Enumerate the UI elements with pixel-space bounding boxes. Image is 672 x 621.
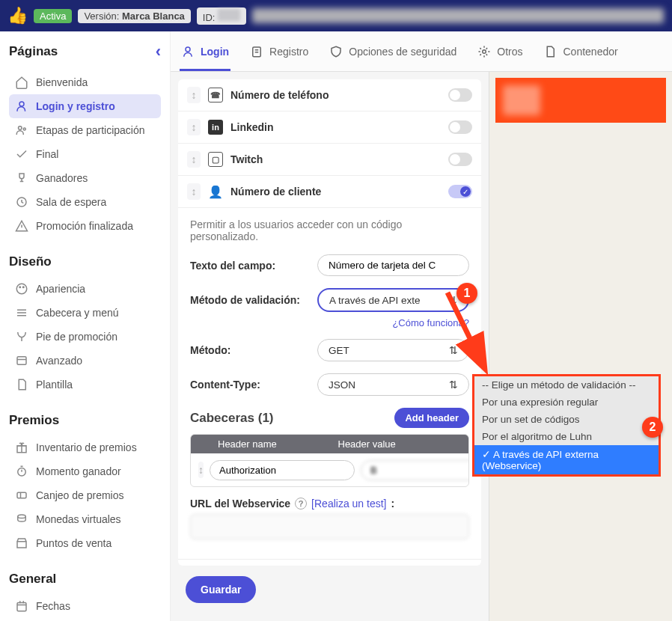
sidebar-item-monedas[interactable]: Monedas virtuales: [9, 507, 161, 531]
coins-icon: [15, 513, 28, 526]
validation-method-select[interactable]: A través de API exte ⇅: [317, 288, 469, 312]
sidebar-item-apariencia[interactable]: Apariencia: [9, 277, 161, 301]
tab-otros[interactable]: Otros: [476, 31, 524, 71]
toggle-cliente[interactable]: [448, 185, 472, 198]
sidebar-item-canjeo[interactable]: Canjeo de premios: [9, 483, 161, 507]
help-icon[interactable]: ?: [295, 498, 307, 510]
linkedin-icon: in: [208, 120, 223, 135]
row-label: Número de teléfono: [230, 89, 441, 101]
sidebar-item-momento[interactable]: Momento ganador: [9, 459, 161, 483]
sidebar-item-plantilla[interactable]: Plantilla: [9, 373, 161, 397]
calendar-icon: [15, 599, 28, 613]
svg-point-4: [16, 284, 27, 294]
table-row: ↕: [191, 453, 468, 486]
gift-icon: [15, 441, 28, 454]
tab-contenedor[interactable]: Contenedor: [542, 31, 619, 71]
menu-icon: [15, 306, 28, 319]
http-method-label: Método:: [190, 344, 317, 356]
panel-description: Permitir a los usuarios acceder con un c…: [190, 218, 469, 242]
sidebar-item-etapas[interactable]: Etapas de participación: [9, 118, 161, 142]
svg-point-6: [23, 287, 25, 288]
sidebar-section-design: Diseño: [9, 254, 161, 269]
sidebar-item-label: Plantilla: [36, 379, 73, 391]
header-value-input[interactable]: [361, 460, 469, 480]
select-value: A través de API exte: [329, 295, 421, 306]
dropdown-option[interactable]: -- Elige un método de validación --: [474, 376, 659, 394]
url-input[interactable]: [190, 514, 469, 539]
drag-handle-icon[interactable]: ↕: [187, 183, 201, 200]
how-it-works-link[interactable]: ¿Cómo funciona?: [392, 317, 469, 328]
home-icon: [15, 76, 28, 89]
tab-label: Login: [201, 46, 229, 58]
row-label: Linkedin: [230, 121, 441, 133]
sidebar-item-inventario[interactable]: Inventario de premios: [9, 435, 161, 459]
sidebar-item-sala-espera[interactable]: Sala de espera: [9, 190, 161, 214]
dropdown-option[interactable]: Por un set de códigos: [474, 411, 659, 428]
drag-handle-icon[interactable]: ↕: [187, 119, 201, 135]
test-url-link[interactable]: [Realiza un test]: [311, 498, 386, 510]
sidebar-item-puntos-venta[interactable]: Puntos de venta: [9, 531, 161, 555]
sidebar-item-promo-finalizada[interactable]: Promoción finalizada: [9, 214, 161, 238]
sidebar-section-general: General: [9, 572, 161, 587]
sidebar-item-idiomas[interactable]: Idiomas: [9, 618, 161, 621]
login-method-row-tiktok: ↑ ♪ TikTok: [178, 559, 481, 566]
form-icon: [250, 45, 263, 58]
chevron-updown-icon: ⇅: [448, 294, 457, 306]
user-icon: [181, 45, 195, 58]
th-name: Header name: [218, 438, 338, 450]
drag-handle-icon[interactable]: ↕: [187, 87, 201, 103]
title-blur: [252, 8, 664, 23]
sidebar-item-pie[interactable]: Pie de promoción: [9, 325, 161, 349]
shield-icon: [329, 45, 343, 58]
th-value: Header value: [338, 438, 459, 450]
svg-point-1: [19, 126, 22, 130]
toggle-phone[interactable]: [448, 88, 472, 102]
sidebar-item-final[interactable]: Final: [9, 142, 161, 166]
dropdown-option-selected[interactable]: A través de API externa (Webservice): [474, 445, 659, 474]
svg-point-5: [19, 287, 21, 288]
thumbs-up-icon: 👍: [7, 6, 28, 25]
toggle-linkedin[interactable]: [448, 120, 472, 134]
svg-point-2: [23, 128, 25, 130]
phone-icon: ☎: [208, 88, 223, 103]
headers-title: Cabeceras (1): [190, 411, 274, 426]
sidebar-item-avanzado[interactable]: Avanzado: [9, 349, 161, 373]
sidebar-item-fechas[interactable]: Fechas: [9, 594, 161, 618]
tab-label: Otros: [497, 46, 522, 58]
tab-seguridad[interactable]: Opciones de seguridad: [328, 31, 458, 71]
sidebar-item-label: Momento ganador: [36, 465, 121, 477]
sidebar-item-label: Monedas virtuales: [36, 513, 121, 525]
dropdown-option[interactable]: Por una expresión regular: [474, 394, 659, 411]
sidebar-item-bienvenida[interactable]: Bienvenida: [9, 70, 161, 94]
text-field-label: Texto del campo:: [190, 260, 317, 272]
toggle-twitch[interactable]: [448, 153, 472, 166]
drag-handle-icon[interactable]: ↕: [198, 462, 204, 478]
tab-registro[interactable]: Registro: [248, 31, 310, 71]
header-name-input[interactable]: [210, 460, 355, 480]
sidebar-item-label: Avanzado: [36, 355, 82, 367]
sidebar-item-ganadores[interactable]: Ganadores: [9, 166, 161, 190]
annotation-badge-2: 2: [642, 417, 663, 438]
tab-label: Opciones de seguridad: [349, 46, 456, 58]
content-type-select[interactable]: JSON ⇅: [317, 373, 469, 396]
collapse-sidebar-icon[interactable]: ‹: [156, 42, 161, 61]
sidebar-item-label: Final: [36, 148, 58, 160]
ticket-icon: [15, 489, 28, 502]
sidebar-item-cabecera[interactable]: Cabecera y menú: [9, 301, 161, 325]
save-button[interactable]: Guardar: [186, 576, 256, 603]
top-bar: 👍 Activa Versión: Marca Blanca ID:: [0, 0, 672, 31]
dropdown-option[interactable]: Por el algoritmo de Luhn: [474, 428, 659, 445]
http-method-select[interactable]: GET ⇅: [317, 339, 469, 361]
content-type-label: Content-Type:: [190, 379, 317, 391]
sidebar-item-login-registro[interactable]: Login y registro: [9, 94, 161, 118]
select-value: JSON: [329, 379, 355, 391]
sidebar-item-label: Ganadores: [36, 172, 88, 184]
text-field-input[interactable]: [317, 254, 469, 276]
tab-login[interactable]: Login: [180, 31, 230, 71]
sidebar-title: Páginas: [9, 44, 58, 59]
users-icon: [15, 123, 28, 137]
preview-panel: [489, 72, 672, 621]
drag-handle-icon[interactable]: ↕: [187, 151, 201, 168]
add-header-button[interactable]: Add header: [394, 408, 469, 428]
select-value: GET: [329, 345, 349, 356]
